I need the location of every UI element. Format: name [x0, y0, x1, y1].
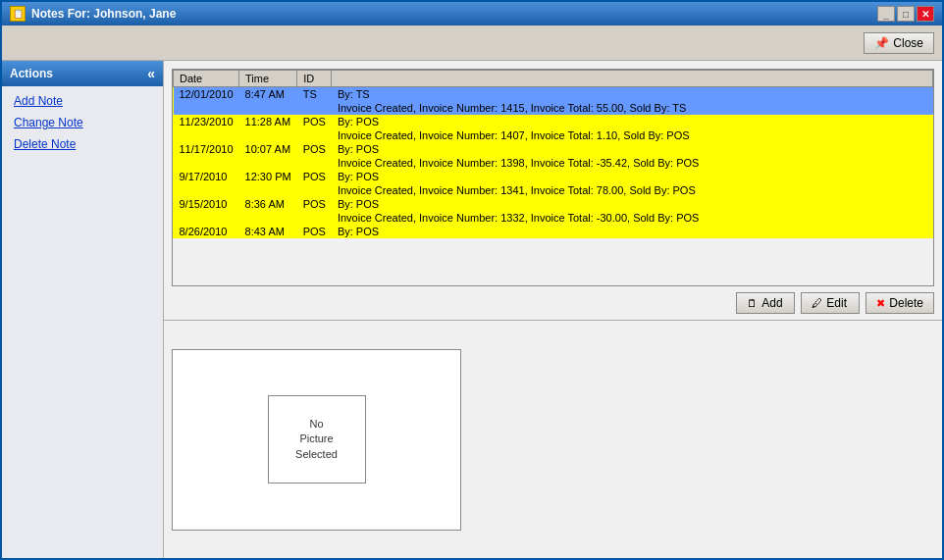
title-bar-left: 📋 Notes For: Johnson, Jane [10, 6, 176, 22]
sidebar-item-delete-note[interactable]: Delete Note [2, 133, 163, 155]
col-time: Time [239, 71, 297, 87]
edit-icon: 🖊 [812, 297, 822, 309]
table-row-detail: Invoice Created, Invoice Number: 1332, I… [174, 211, 933, 225]
col-date: Date [174, 71, 239, 87]
title-controls: _ □ ✕ [877, 6, 934, 22]
cell-time: 11:28 AM [239, 115, 297, 128]
toolbar: 📌 Close [2, 25, 942, 61]
cell-detail: Invoice Created, Invoice Number: 1415, I… [332, 101, 933, 115]
delete-label: Delete [889, 296, 923, 310]
notes-table-wrapper[interactable]: Date Time ID 12/01/20108:47 AMTSBy: TSIn… [172, 69, 934, 286]
window-title: Notes For: Johnson, Jane [31, 7, 176, 21]
cell-note: By: POS [332, 225, 933, 238]
picture-placeholder-text: No Picture Selected [295, 417, 338, 462]
cell-id: POS [297, 142, 332, 156]
table-row[interactable]: 12/01/20108:47 AMTSBy: TS [174, 87, 933, 102]
table-row-detail: Invoice Created, Invoice Number: 1398, I… [174, 156, 933, 170]
main-content: Actions « Add Note Change Note Delete No… [2, 61, 942, 558]
cell-time: 8:36 AM [239, 197, 297, 211]
sidebar-collapse-button[interactable]: « [147, 66, 155, 81]
notes-table: Date Time ID 12/01/20108:47 AMTSBy: TSIn… [173, 70, 933, 238]
delete-icon: ✖ [876, 297, 885, 310]
table-row-detail: Invoice Created, Invoice Number: 1415, I… [174, 101, 933, 115]
table-row[interactable]: 8/26/20108:43 AMPOSBy: POS [174, 225, 933, 238]
close-toolbar-icon: 📌 [874, 36, 889, 50]
restore-button[interactable]: □ [897, 6, 915, 22]
cell-detail: Invoice Created, Invoice Number: 1332, I… [332, 211, 933, 225]
col-id: ID [297, 71, 332, 87]
table-header-row: Date Time ID [174, 71, 933, 87]
cell-id: POS [297, 115, 332, 128]
cell-note: By: POS [332, 170, 933, 183]
minimize-button[interactable]: _ [877, 6, 895, 22]
table-section: Date Time ID 12/01/20108:47 AMTSBy: TSIn… [164, 61, 942, 321]
cell-time: 12:30 PM [239, 170, 297, 183]
cell-note: By: TS [332, 87, 933, 102]
cell-date: 12/01/2010 [174, 87, 239, 102]
col-note [332, 71, 933, 87]
cell-id: TS [297, 87, 332, 102]
close-toolbar-label: Close [893, 36, 923, 50]
add-icon: 🗒 [747, 297, 758, 309]
right-panel: Date Time ID 12/01/20108:47 AMTSBy: TSIn… [164, 61, 942, 558]
sidebar-header-label: Actions [10, 67, 53, 80]
sidebar-items: Add Note Change Note Delete Note [2, 86, 163, 159]
add-label: Add [761, 296, 782, 310]
cell-note: By: POS [332, 115, 933, 128]
add-button[interactable]: 🗒 Add [736, 292, 795, 314]
cell-date: 9/17/2010 [174, 170, 239, 183]
cell-date: 8/26/2010 [174, 225, 239, 238]
window-icon: 📋 [10, 6, 26, 22]
cell-note: By: POS [332, 142, 933, 156]
sidebar-item-change-note[interactable]: Change Note [2, 112, 163, 133]
table-row-detail: Invoice Created, Invoice Number: 1407, I… [174, 128, 933, 142]
cell-id: POS [297, 170, 332, 183]
cell-id: POS [297, 225, 332, 238]
cell-note: By: POS [332, 197, 933, 211]
cell-time: 8:43 AM [239, 225, 297, 238]
cell-detail: Invoice Created, Invoice Number: 1398, I… [332, 156, 933, 170]
table-row-detail: Invoice Created, Invoice Number: 1341, I… [174, 183, 933, 197]
close-toolbar-button[interactable]: 📌 Close [864, 32, 934, 54]
main-window: 📋 Notes For: Johnson, Jane _ □ ✕ 📌 Close… [0, 0, 944, 560]
cell-date: 9/15/2010 [174, 197, 239, 211]
table-row[interactable]: 9/17/201012:30 PMPOSBy: POS [174, 170, 933, 183]
cell-date: 11/17/2010 [174, 142, 239, 156]
sidebar-item-add-note[interactable]: Add Note [2, 90, 163, 112]
table-row[interactable]: 11/23/201011:28 AMPOSBy: POS [174, 115, 933, 128]
picture-section: No Picture Selected [164, 321, 942, 558]
window-close-button[interactable]: ✕ [917, 6, 934, 22]
delete-button[interactable]: ✖ Delete [865, 292, 934, 314]
edit-label: Edit [826, 296, 847, 310]
table-row[interactable]: 9/15/20108:36 AMPOSBy: POS [174, 197, 933, 211]
cell-id: POS [297, 197, 332, 211]
cell-time: 8:47 AM [239, 87, 297, 102]
table-buttons: 🗒 Add 🖊 Edit ✖ Delete [164, 286, 942, 320]
sidebar-header: Actions « [2, 61, 163, 86]
cell-time: 10:07 AM [239, 142, 297, 156]
cell-detail: Invoice Created, Invoice Number: 1341, I… [332, 183, 933, 197]
edit-button[interactable]: 🖊 Edit [801, 292, 860, 314]
cell-date: 11/23/2010 [174, 115, 239, 128]
picture-placeholder: No Picture Selected [268, 395, 366, 484]
picture-outer-box: No Picture Selected [172, 349, 461, 531]
sidebar: Actions « Add Note Change Note Delete No… [2, 61, 164, 558]
title-bar: 📋 Notes For: Johnson, Jane _ □ ✕ [2, 2, 942, 25]
table-row[interactable]: 11/17/201010:07 AMPOSBy: POS [174, 142, 933, 156]
cell-detail: Invoice Created, Invoice Number: 1407, I… [332, 128, 933, 142]
